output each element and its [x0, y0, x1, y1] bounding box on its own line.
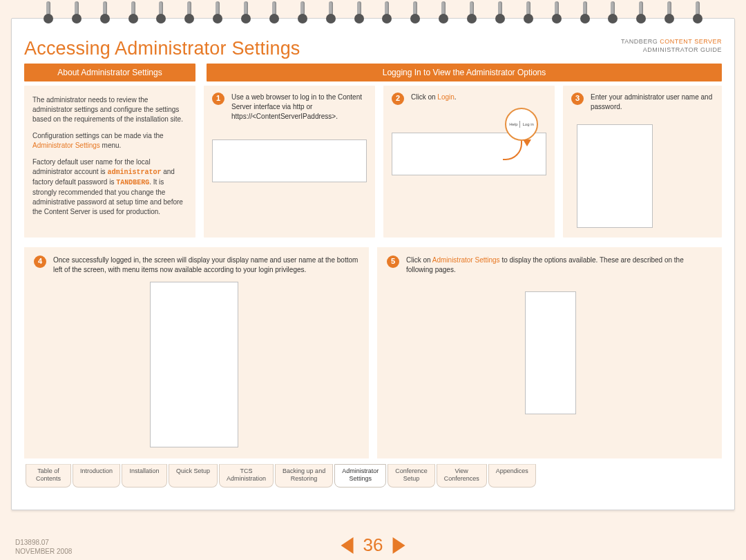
spiral-binding: [0, 0, 746, 29]
mag-help: Help: [509, 122, 517, 126]
about-p2: Configuration settings can be made via t…: [32, 131, 187, 151]
step-4-panel: 4 Once successfully logged in, the scree…: [24, 247, 369, 458]
step-3-text: Enter your administrator user name and p…: [591, 93, 714, 112]
section-bar-login: Logging In to View the Administrator Opt…: [207, 64, 722, 81]
step-3-panel: 3 Enter your administrator user name and…: [563, 86, 722, 238]
tab-backup-restore[interactable]: Backing up andRestoring: [275, 464, 333, 487]
step-1-panel: 1 Use a web browser to log in to the Con…: [204, 86, 375, 238]
tab-admin-settings[interactable]: AdministratorSettings: [334, 464, 386, 487]
step-5-screenshot: [525, 291, 576, 414]
next-page-arrow-icon[interactable]: [392, 537, 405, 554]
tab-view-conferences[interactable]: ViewConferences: [437, 464, 487, 487]
step-2-number: 2: [392, 93, 404, 105]
admin-settings-step5-link[interactable]: Administrator Settings: [432, 256, 500, 264]
admin-settings-link[interactable]: Administrator Settings: [32, 142, 100, 149]
step-5-panel: 5 Click on Administrator Settings to dis…: [377, 247, 722, 458]
brand-accent: CONTENT SERVER: [660, 38, 722, 45]
tab-introduction[interactable]: Introduction: [73, 464, 120, 487]
step-2-panel: 2 Click on Login. Help Log in: [383, 86, 555, 238]
step-3-screenshot: [577, 124, 653, 228]
mag-login: Log in: [522, 122, 533, 126]
step-1-number: 1: [212, 93, 224, 105]
step-3-number: 3: [571, 93, 584, 105]
section-bar-about: About Administrator Settings: [24, 64, 195, 81]
login-link[interactable]: Login: [437, 93, 454, 101]
bottom-tabs: Table ofContents Introduction Installati…: [24, 464, 722, 487]
doc-date: NOVEMBER 2008: [15, 548, 72, 555]
tab-appendices[interactable]: Appendices: [488, 464, 536, 487]
pointer-arrow-icon: [523, 139, 531, 146]
mag-divider: [519, 121, 520, 128]
brand-sub: ADMINISTRATOR GUIDE: [643, 46, 722, 53]
brand-pre: TANDBERG: [621, 38, 660, 45]
about-p3: Factory default user name for the local …: [32, 157, 187, 217]
pager: 36: [341, 534, 405, 556]
page-footer: D13898.07 NOVEMBER 2008 36: [15, 538, 731, 556]
step-4-number: 4: [34, 255, 46, 268]
tab-conference-setup[interactable]: ConferenceSetup: [388, 464, 435, 487]
prev-page-arrow-icon[interactable]: [341, 537, 354, 554]
step-5-number: 5: [387, 255, 399, 268]
magnifier-icon: Help Log in: [505, 108, 538, 141]
page-number: 36: [363, 534, 383, 556]
tab-installation[interactable]: Installation: [122, 464, 167, 487]
tab-tcs-admin[interactable]: TCSAdministration: [219, 464, 274, 487]
step-1-text: Use a web browser to log in to the Conte…: [231, 93, 367, 122]
brand-block: TANDBERG CONTENT SERVER ADMINISTRATOR GU…: [621, 38, 722, 54]
default-pass: TANDBERG: [116, 179, 149, 186]
tab-quick-setup[interactable]: Quick Setup: [169, 464, 218, 487]
page-title: Accessing Administrator Settings: [24, 38, 300, 59]
step-5-text: Click on Administrator Settings to displ…: [406, 255, 712, 275]
about-p1: The administrator needs to review the ad…: [32, 95, 187, 124]
default-user: administrator: [107, 168, 161, 176]
doc-id: D13898.07: [15, 539, 49, 546]
step-2-text: Click on Login.: [411, 93, 546, 105]
step-4-text: Once successfully logged in, the screen …: [53, 255, 359, 275]
doc-meta: D13898.07 NOVEMBER 2008: [15, 538, 72, 556]
page-surface: Accessing Administrator Settings TANDBER…: [11, 18, 735, 510]
about-panel: The administrator needs to review the ad…: [24, 86, 195, 238]
tab-toc[interactable]: Table ofContents: [26, 464, 71, 487]
step-1-screenshot: [212, 139, 367, 182]
step-4-screenshot: [150, 282, 238, 447]
